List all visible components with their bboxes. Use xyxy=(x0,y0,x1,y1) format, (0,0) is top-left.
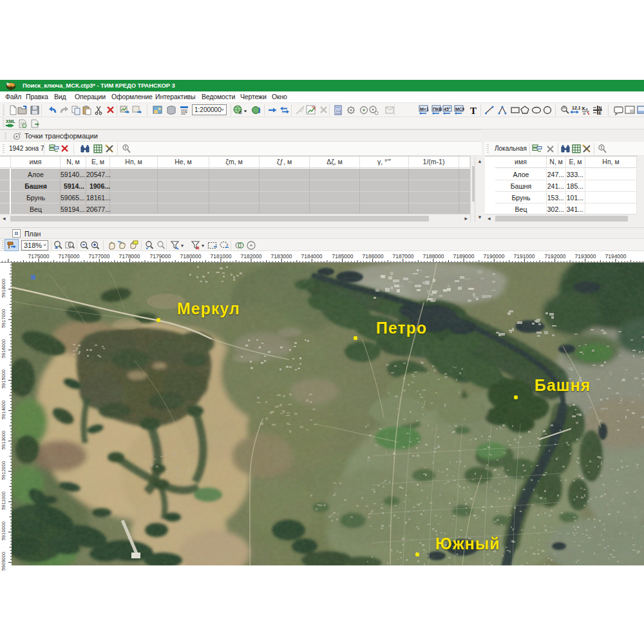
svg-text:М=1: М=1 xyxy=(420,107,429,111)
svg-text:T: T xyxy=(470,106,477,115)
svg-text:E: E xyxy=(599,111,602,115)
svg-text:ПКВ: ПКВ xyxy=(433,107,442,111)
svg-text:8: 8 xyxy=(239,109,242,115)
svg-text:45°: 45° xyxy=(444,107,451,111)
svg-text:≡: ≡ xyxy=(583,111,585,116)
svg-text:МСК: МСК xyxy=(455,107,464,111)
svg-text:XML: XML xyxy=(6,119,15,124)
svg-text:д: д xyxy=(585,107,588,111)
svg-text:N: N xyxy=(599,106,602,110)
svg-text:12.1: 12.1 xyxy=(572,106,580,110)
